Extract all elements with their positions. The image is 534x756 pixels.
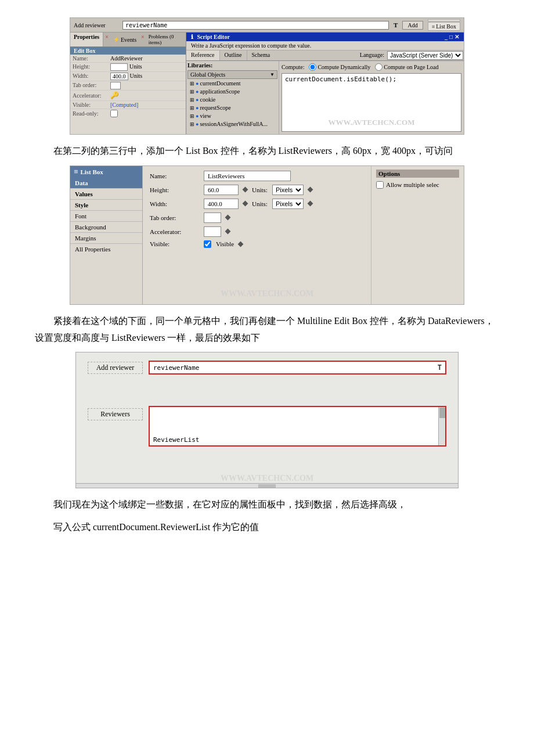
- lb-visible-checkbox[interactable]: [204, 240, 211, 248]
- width-value[interactable]: 400.0: [110, 73, 128, 80]
- height-label: Height:: [73, 63, 110, 71]
- form-add-reviewer-row: Add reviewer reviewerName T: [88, 361, 446, 375]
- lb-height-unit-select[interactable]: Pixels: [272, 185, 304, 195]
- lb-accel-input[interactable]: [204, 226, 221, 237]
- lb-height-row: Height: 60.0 Units: Pixels: [150, 185, 364, 195]
- expand-icon-4[interactable]: ⊞: [190, 113, 194, 119]
- script-tree-panel: Libraries: Global Objects ▼ ⊞ ● currentD…: [186, 61, 279, 134]
- listbox-option[interactable]: ≡ List Box: [428, 22, 460, 31]
- form-add-reviewer-label: Add reviewer: [88, 362, 143, 374]
- script-tab-schema[interactable]: Schema: [247, 51, 275, 60]
- sidebar-tab-background[interactable]: Background: [70, 222, 142, 233]
- tab-events[interactable]: ⚡ Events: [110, 33, 139, 46]
- expand-icon-3[interactable]: ⊞: [190, 105, 194, 111]
- sidebar-tab-margins[interactable]: Margins: [70, 233, 142, 244]
- edit-box-header: Edit Box: [70, 47, 186, 55]
- lb-taborder-row: Tab order:: [150, 213, 364, 223]
- lb-accel-row: Accelerator:: [150, 226, 364, 237]
- button-option[interactable]: [428, 19, 460, 21]
- listbox-options-panel: Options Allow multiple selec: [371, 166, 464, 304]
- tree-item-1[interactable]: ⊞ ● applicationScope: [187, 88, 277, 95]
- script-tab-reference[interactable]: Reference: [186, 51, 220, 60]
- lb-taborder-input[interactable]: [204, 213, 221, 223]
- add-button[interactable]: Add: [402, 21, 423, 30]
- form-preview-inner: Add reviewer reviewerName T Reviewers Re…: [76, 352, 458, 455]
- compute-pageload-radio[interactable]: [375, 63, 383, 71]
- taborder-input[interactable]: [110, 82, 121, 89]
- compute-options-row: Compute: Compute Dynamically Compute on …: [282, 63, 461, 71]
- form-reviewers-label: Reviewers: [88, 408, 143, 420]
- allow-multiple-label: Allow multiple selec: [386, 181, 439, 188]
- listbox-label: List Box: [436, 23, 456, 30]
- bottom-scrollbar[interactable]: [76, 483, 458, 488]
- tree-item-2[interactable]: ⊞ ● cookie: [187, 96, 277, 103]
- edit-box-title: Edit Box: [74, 48, 96, 54]
- dropdown-arrow[interactable]: ▼: [270, 72, 275, 77]
- tab-close[interactable]: ×: [103, 33, 110, 46]
- visible-label: Visible:: [73, 102, 110, 108]
- options-title: Options: [376, 170, 459, 178]
- sidebar-tab-data[interactable]: Data: [70, 178, 142, 189]
- sidebar-tab-style[interactable]: Style: [70, 200, 142, 211]
- listbox-sidebar-title: List Box: [80, 168, 103, 175]
- script-subtitle: Write a JavaScript expression to compute…: [186, 41, 464, 51]
- reviewer-name-input[interactable]: reviewerName: [122, 21, 389, 30]
- height-unit: Units: [129, 63, 142, 71]
- script-editor-title-text: Script Editor: [197, 34, 230, 40]
- doc-icon-3: ●: [196, 105, 199, 111]
- prop-accel-row: Accelerator: 🔑: [70, 91, 186, 101]
- maximize-icon[interactable]: □: [449, 34, 453, 40]
- lb-width-input[interactable]: 400.0: [204, 199, 239, 209]
- t-indicator: T: [391, 21, 400, 28]
- height-value[interactable]: [110, 63, 128, 71]
- tree-item-5[interactable]: ⊞ ● sessionAsSignerWithFullA...: [187, 120, 277, 128]
- sidebar-tab-font[interactable]: Font: [70, 211, 142, 222]
- tab-events-label: Events: [121, 37, 136, 43]
- prop-taborder-row: Tab order:: [70, 81, 186, 91]
- right-buttons-area: ≡ List Box: [428, 19, 460, 31]
- lb-visible-row: Visible: Visible: [150, 240, 364, 248]
- doc-icon-2: ●: [196, 97, 199, 103]
- tree-item-3[interactable]: ⊞ ● requestScope: [187, 104, 277, 111]
- allow-multiple-checkbox[interactable]: [376, 181, 384, 189]
- tree-item-0[interactable]: ⊞ ● currentDocument: [187, 80, 277, 87]
- lb-width-unit-select[interactable]: Pixels: [272, 199, 304, 209]
- screenshot3-container: Add reviewer reviewerName T Reviewers Re…: [75, 352, 459, 488]
- form-reviewer-name-field[interactable]: reviewerName T: [149, 361, 446, 375]
- lb-name-value[interactable]: ListReviewers: [204, 171, 291, 181]
- scrollbar-thumb: [439, 408, 445, 418]
- readonly-checkbox[interactable]: [110, 110, 118, 117]
- close-icon[interactable]: ✕: [454, 34, 459, 40]
- form-reviewer-list-field[interactable]: ReviewerList: [149, 406, 446, 447]
- compute-pageload-option[interactable]: Compute on Page Load: [375, 63, 438, 71]
- compute-dynamically-radio[interactable]: [309, 63, 316, 71]
- tab-properties[interactable]: Properties: [70, 33, 103, 46]
- expand-icon-1[interactable]: ⊞: [190, 89, 194, 95]
- screenshot1-container: Add reviewer reviewerName T Add ≡ List B…: [70, 17, 464, 135]
- prop-readonly-row: Read-only:: [70, 109, 186, 118]
- sidebar-tab-allprops[interactable]: All Properties: [70, 244, 142, 254]
- tree-item-4[interactable]: ⊞ ● view: [187, 112, 277, 120]
- expand-icon-2[interactable]: ⊞: [190, 97, 194, 103]
- window-controls: _ □ ✕: [445, 34, 459, 40]
- expand-icon-0[interactable]: ⊞: [190, 81, 194, 87]
- lb-height-units-label: Units:: [252, 186, 268, 193]
- lb-height-input[interactable]: 60.0: [204, 185, 239, 195]
- script-tab-outline[interactable]: Outline: [220, 51, 247, 60]
- tab-problems-label: Problems (0 items): [149, 34, 174, 45]
- props-tabs: Properties × ⚡ Events × Problems (0 item…: [70, 33, 186, 47]
- tab-close2[interactable]: ×: [139, 33, 146, 46]
- listbox-title-bar: ≡ List Box: [70, 166, 142, 178]
- prop-visible-row: Visible: [Computed]: [70, 101, 186, 109]
- lb-accel-label: Accelerator:: [150, 228, 199, 235]
- lb-name-label: Name:: [150, 172, 199, 179]
- language-select[interactable]: JavaScript (Server Side): [387, 51, 463, 60]
- compute-dynamically-option[interactable]: Compute Dynamically: [309, 63, 370, 71]
- scrollbar-track[interactable]: [438, 407, 445, 445]
- expand-icon-5[interactable]: ⊞: [190, 121, 194, 127]
- minimize-icon[interactable]: _: [445, 34, 448, 40]
- sidebar-tab-values[interactable]: Values: [70, 189, 142, 200]
- paragraph4: 写入公式 currentDocument.ReviewerList 作为它的值: [53, 519, 499, 536]
- reviewer-list-text: ReviewerList: [150, 434, 445, 445]
- tab-problems[interactable]: Problems (0 items): [146, 33, 186, 46]
